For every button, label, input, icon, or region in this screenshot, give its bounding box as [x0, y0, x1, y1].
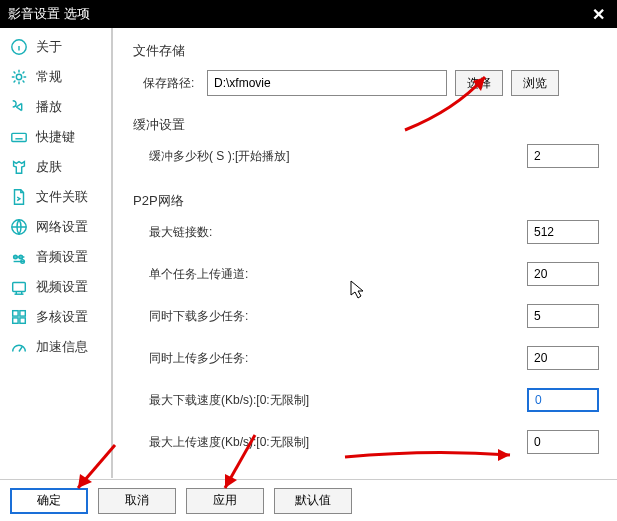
sidebar-item-label: 关于 — [36, 38, 62, 56]
concurrent-upload-label: 同时上传多少任务: — [149, 350, 527, 367]
sidebar-item-skin[interactable]: 皮肤 — [0, 152, 111, 182]
svg-rect-19 — [13, 311, 18, 316]
group-file-storage-title: 文件存储 — [133, 42, 599, 60]
window-title: 影音设置 选项 — [8, 5, 90, 23]
accel-icon — [10, 338, 28, 356]
sidebar-item-label: 网络设置 — [36, 218, 88, 236]
group-buffer-title: 缓冲设置 — [133, 116, 599, 134]
sidebar-item-play[interactable]: 播放 — [0, 92, 111, 122]
ok-button[interactable]: 确定 — [10, 488, 88, 514]
upload-channels-label: 单个任务上传通道: — [149, 266, 527, 283]
multicore-icon — [10, 308, 28, 326]
sidebar-item-label: 快捷键 — [36, 128, 75, 146]
titlebar: 影音设置 选项 ✕ — [0, 0, 617, 28]
browse-button[interactable]: 浏览 — [511, 70, 559, 96]
max-download-speed-input[interactable] — [527, 388, 599, 412]
settings-content: 文件存储 保存路径: 选择 浏览 缓冲设置 缓冲多少秒( S ):[开始播放] … — [113, 28, 617, 478]
max-connections-input[interactable] — [527, 220, 599, 244]
sidebar-item-label: 皮肤 — [36, 158, 62, 176]
sidebar-item-fileassoc[interactable]: 文件关联 — [0, 182, 111, 212]
info-icon — [10, 38, 28, 56]
apply-button[interactable]: 应用 — [186, 488, 264, 514]
skin-icon — [10, 158, 28, 176]
max-upload-speed-input[interactable] — [527, 430, 599, 454]
buffer-seconds-label: 缓冲多少秒( S ):[开始播放] — [149, 148, 527, 165]
svg-rect-15 — [13, 283, 26, 292]
sidebar-item-audio[interactable]: 音频设置 — [0, 242, 111, 272]
audio-icon — [10, 248, 28, 266]
sidebar-item-label: 加速信息 — [36, 338, 88, 356]
file-icon — [10, 188, 28, 206]
upload-channels-input[interactable] — [527, 262, 599, 286]
save-path-label: 保存路径: — [143, 75, 199, 92]
svg-line-23 — [19, 346, 23, 351]
sidebar-item-hotkey[interactable]: 快捷键 — [0, 122, 111, 152]
svg-rect-20 — [20, 311, 25, 316]
sidebar-item-multicore[interactable]: 多核设置 — [0, 302, 111, 332]
sidebar-item-label: 文件关联 — [36, 188, 88, 206]
cancel-button[interactable]: 取消 — [98, 488, 176, 514]
concurrent-download-input[interactable] — [527, 304, 599, 328]
sidebar: 关于 常规 播放 快捷键 皮肤 文件关联 网络设置 音频设置 — [0, 28, 113, 478]
sidebar-item-accel[interactable]: 加速信息 — [0, 332, 111, 362]
sidebar-item-network[interactable]: 网络设置 — [0, 212, 111, 242]
sidebar-item-about[interactable]: 关于 — [0, 32, 111, 62]
default-button[interactable]: 默认值 — [274, 488, 352, 514]
dialog-button-bar: 确定 取消 应用 默认值 — [0, 479, 617, 521]
max-upload-speed-label: 最大上传速度(Kb/s):[0:无限制] — [149, 434, 527, 451]
close-icon[interactable]: ✕ — [588, 5, 609, 24]
save-path-input[interactable] — [207, 70, 447, 96]
svg-rect-4 — [12, 133, 26, 141]
network-icon — [10, 218, 28, 236]
gear-icon — [10, 68, 28, 86]
sidebar-item-label: 视频设置 — [36, 278, 88, 296]
svg-point-3 — [16, 74, 21, 79]
sidebar-item-general[interactable]: 常规 — [0, 62, 111, 92]
sidebar-item-label: 播放 — [36, 98, 62, 116]
sidebar-item-video[interactable]: 视频设置 — [0, 272, 111, 302]
buffer-seconds-input[interactable] — [527, 144, 599, 168]
sidebar-item-label: 常规 — [36, 68, 62, 86]
video-icon — [10, 278, 28, 296]
group-p2p-title: P2P网络 — [133, 192, 599, 210]
svg-rect-22 — [20, 318, 25, 323]
select-button[interactable]: 选择 — [455, 70, 503, 96]
concurrent-upload-input[interactable] — [527, 346, 599, 370]
keyboard-icon — [10, 128, 28, 146]
max-download-speed-label: 最大下载速度(Kb/s):[0:无限制] — [149, 392, 527, 409]
svg-rect-21 — [13, 318, 18, 323]
play-icon — [10, 98, 28, 116]
sidebar-item-label: 音频设置 — [36, 248, 88, 266]
sidebar-item-label: 多核设置 — [36, 308, 88, 326]
max-connections-label: 最大链接数: — [149, 224, 527, 241]
concurrent-download-label: 同时下载多少任务: — [149, 308, 527, 325]
